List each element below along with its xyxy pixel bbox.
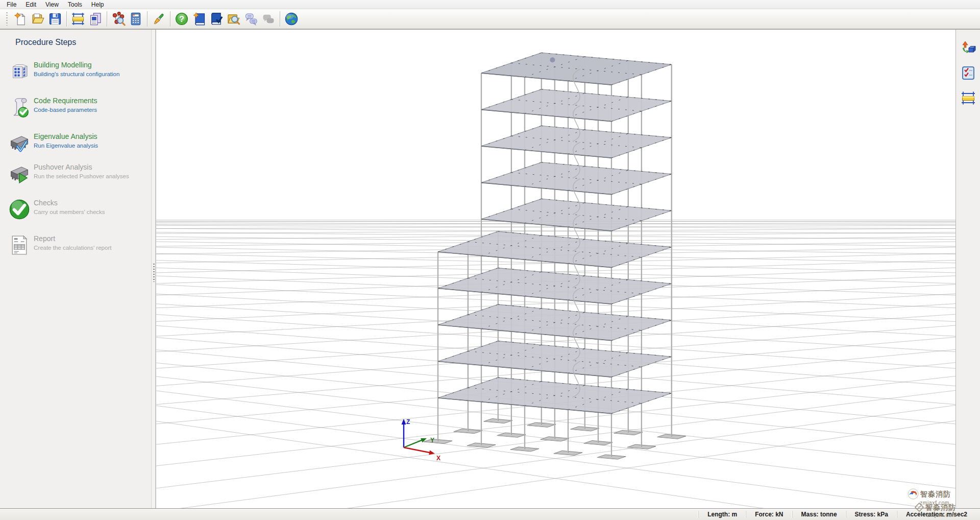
svg-text:X: X xyxy=(436,455,440,462)
menu-edit[interactable]: Edit xyxy=(21,1,41,9)
toolbar-separator xyxy=(66,11,67,27)
status-stress-unit: Stress: kPa xyxy=(846,511,897,518)
new-document-icon xyxy=(13,12,28,26)
calculator-button[interactable] xyxy=(127,10,144,28)
new-project-button[interactable] xyxy=(12,10,29,28)
menu-bar: File Edit View Tools Help xyxy=(0,0,980,9)
svg-text:Z: Z xyxy=(406,418,410,426)
folder-search-icon xyxy=(227,12,241,26)
svg-text:?: ? xyxy=(179,14,184,23)
scroll-check-icon xyxy=(5,96,34,119)
status-bar: Length: m Force: kN Mass: tonne Stress: … xyxy=(0,508,980,520)
globe-icon xyxy=(284,12,299,26)
model-viewport[interactable]: ZYX xyxy=(156,30,955,509)
step-report[interactable]: Report Create the calculations' report xyxy=(0,230,151,261)
svg-text:Y: Y xyxy=(430,437,434,444)
save-project-button[interactable] xyxy=(46,10,64,28)
step-title: Code Requirements xyxy=(34,97,97,105)
toolbar-separator xyxy=(170,11,170,27)
molecule-search-icon xyxy=(111,12,126,26)
menu-help[interactable]: Help xyxy=(87,1,109,9)
status-acceleration-unit: Acceleration: m/sec2 xyxy=(897,511,976,518)
building-modeller-button[interactable] xyxy=(69,10,87,28)
open-project-button[interactable] xyxy=(29,10,46,28)
book-check-icon xyxy=(209,12,224,26)
right-tool-panel xyxy=(955,30,980,509)
step-title: Report xyxy=(34,234,111,243)
toolbar-separator xyxy=(280,11,280,27)
run-analysis-button[interactable] xyxy=(110,10,127,28)
chip-check-icon xyxy=(5,132,34,154)
menu-tools[interactable]: Tools xyxy=(63,1,87,9)
paintbrush-icon xyxy=(152,12,166,26)
user-manual-button[interactable] xyxy=(208,10,225,28)
step-title: Building Modelling xyxy=(34,61,119,69)
help-button[interactable]: ? xyxy=(173,10,190,28)
procedure-steps-title: Procedure Steps xyxy=(15,38,151,47)
status-force-unit: Force: kN xyxy=(746,511,792,518)
toolbar-grip[interactable] xyxy=(6,12,8,26)
chat-bubbles-icon xyxy=(244,12,258,26)
step-title: Eigenvalue Analysis xyxy=(34,132,98,140)
open-folder-icon xyxy=(31,12,45,26)
display-options-button[interactable] xyxy=(150,10,167,28)
splitter-grip[interactable] xyxy=(153,264,155,282)
main-toolbar: ? xyxy=(0,9,980,29)
report-pages-icon xyxy=(88,12,103,26)
remote-support-button xyxy=(260,10,277,28)
checklist-icon xyxy=(961,65,976,81)
sidebar-splitter[interactable] xyxy=(151,30,156,509)
main-area: Procedure Steps xyxy=(0,29,980,508)
report-button[interactable] xyxy=(87,10,104,28)
book-star-icon xyxy=(192,12,206,26)
beam-section-icon xyxy=(961,90,976,106)
view-orientation-icon xyxy=(961,40,976,56)
step-subtitle: Run Eigenvalue analysis xyxy=(34,143,98,149)
step-subtitle: Carry out members' checks xyxy=(34,209,105,215)
remote-support-disabled-icon xyxy=(261,12,276,26)
example-files-button[interactable] xyxy=(225,10,242,28)
toolbar-separator xyxy=(147,11,148,27)
save-floppy-icon xyxy=(48,12,62,26)
step-code-requirements[interactable]: Code Requirements Code-based parameters xyxy=(0,92,151,123)
chip-play-icon xyxy=(5,162,34,185)
procedure-steps-panel: Procedure Steps xyxy=(0,30,151,509)
step-subtitle: Code-based parameters xyxy=(34,107,97,113)
active-checks-button[interactable] xyxy=(959,64,977,82)
beam-frame-icon xyxy=(71,12,85,26)
status-length-unit: Length: m xyxy=(698,511,746,518)
building-icon xyxy=(5,60,34,83)
website-button[interactable] xyxy=(283,10,300,28)
calculator-icon xyxy=(129,12,143,26)
check-circle-icon xyxy=(5,198,34,221)
step-checks[interactable]: Checks Carry out members' checks xyxy=(0,194,151,225)
help-icon: ? xyxy=(175,12,189,26)
forum-button[interactable] xyxy=(242,10,260,28)
step-subtitle: Create the calculations' report xyxy=(34,245,111,251)
step-subtitle: Building's structural configuration xyxy=(34,71,119,77)
step-eigenvalue-analysis[interactable]: Eigenvalue Analysis Run Eigenvalue analy… xyxy=(0,128,151,158)
report-document-icon xyxy=(5,234,34,256)
step-building-modelling[interactable]: Building Modelling Building's structural… xyxy=(0,56,151,87)
menu-file[interactable]: File xyxy=(2,1,21,9)
view-orientation-button[interactable] xyxy=(959,39,977,57)
step-title: Pushover Analysis xyxy=(34,163,129,171)
status-mass-unit: Mass: tonne xyxy=(792,511,846,518)
step-title: Checks xyxy=(34,199,105,207)
building-3d-scene: ZYX xyxy=(156,30,955,509)
step-pushover-analysis[interactable]: Pushover Analysis Run the selected Pusho… xyxy=(0,158,151,189)
beam-section-button[interactable] xyxy=(959,89,977,107)
tutorials-button[interactable] xyxy=(190,10,208,28)
step-subtitle: Run the selected Pushover analyses xyxy=(34,173,129,179)
toolbar-separator xyxy=(107,11,107,27)
menu-view[interactable]: View xyxy=(41,1,63,9)
